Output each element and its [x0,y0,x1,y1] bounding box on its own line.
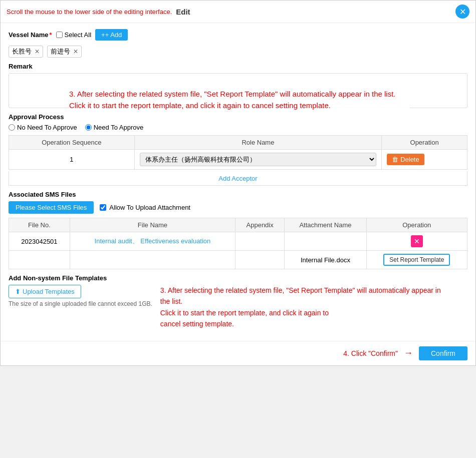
tag-label-0: 长胜号 [12,47,32,56]
vessel-name-row: Vessel Name Select All + + Add [9,29,467,41]
nonsystem-row: ⬆ Upload Templates The size of a single … [9,285,467,330]
role-select[interactable]: 体系办主任（扬州高银科技有限公司） [140,153,376,166]
role-cell: 体系办主任（扬州高银科技有限公司） [134,150,381,170]
operation-cell: 🗑 Delete [382,150,467,170]
file-col-op: Operation [366,218,467,232]
arrow-icon: → [404,348,413,358]
file-table: File No. File Name Appendix Attachment N… [9,218,467,269]
approval-label: Approval Process [9,113,467,121]
file-col-name: File Name [70,218,235,232]
file-col-appendix: Appendix [235,218,285,232]
sms-select-button[interactable]: Please Select SMS Files [9,201,94,214]
col-role-name: Role Name [134,136,381,150]
remove-file-0-button[interactable]: ✕ [411,235,423,247]
file-col-no: File No. [9,218,70,232]
sms-top-row: Please Select SMS Files Allow To Upload … [9,201,467,214]
add-icon: + [101,31,105,39]
delete-button[interactable]: 🗑 Delete [387,154,424,165]
confirm-button[interactable]: Confirm [419,346,467,360]
file-size-hint: The size of a single uploaded file canno… [9,300,152,307]
col-op-seq: Operation Sequence [9,136,135,150]
file-no-1 [9,251,70,269]
modal-body: Vessel Name Select All + + Add 长胜号 ✕ 前进号… [1,23,475,341]
file-name-0: Internal audit、 Effectiveness evaluation [70,232,235,251]
op-0: ✕ [366,232,467,251]
file-row-0: 2023042501 Internal audit、 Effectiveness… [9,232,467,251]
nonsystem-left: ⬆ Upload Templates The size of a single … [9,285,152,307]
file-row-1: Internal File.docx Set Report Template [9,251,467,269]
delete-icon: 🗑 [392,156,398,163]
no-need-approve-label[interactable]: No Need To Approve [9,124,77,131]
close-button[interactable]: ✕ [455,5,469,19]
tag-close-0[interactable]: ✕ [35,48,40,55]
attachment-0 [285,232,366,251]
approval-table: Operation Sequence Role Name Operation 1… [9,135,467,170]
sms-label: Associated SMS Files [9,191,467,198]
remark-container: Remark 3. After selecting the related sy… [9,63,467,108]
file-link-internal-audit[interactable]: Internal audit、 [95,237,139,245]
appendix-1 [235,251,285,269]
select-all-checkbox[interactable] [56,32,63,38]
set-report-button[interactable]: Set Report Template [383,254,450,266]
modal-title: Edit [176,8,190,16]
allow-upload-checkbox[interactable] [100,204,106,211]
remark-tooltip: 3. After selecting the related system fi… [69,89,410,111]
vessel-name-label: Vessel Name [9,31,52,39]
attachment-1: Internal File.docx [285,251,366,269]
sms-section: Associated SMS Files Please Select SMS F… [9,191,467,269]
allow-upload-label[interactable]: Allow To Upload Attachment [100,204,190,211]
modal-footer: 4. Click "Confirm" → Confirm [1,341,475,365]
nonsystem-label: Add Non-system File Templates [9,274,467,282]
header-left: Scroll the mouse to the lower side of th… [7,8,190,16]
op-1: Set Report Template [366,251,467,269]
upload-templates-button[interactable]: ⬆ Upload Templates [9,285,81,298]
vessel-tag-0: 长胜号 ✕ [9,46,43,58]
remark-label: Remark [9,63,467,70]
modal-header: Scroll the mouse to the lower side of th… [1,1,475,23]
no-need-approve-radio[interactable] [9,124,15,131]
upload-icon: ⬆ [15,288,21,295]
op-seq-cell: 1 [9,150,135,170]
need-approve-radio[interactable] [85,124,92,131]
col-operation: Operation [382,136,467,150]
step4-hint: 4. Click "Confirm" [343,349,398,357]
nonsystem-tooltip: 3. After selecting the related system fi… [160,285,451,330]
file-col-attachment: Attachment Name [285,218,366,232]
tag-label-1: 前进号 [51,47,70,56]
file-name-1 [70,251,235,269]
tag-close-1[interactable]: ✕ [73,48,78,55]
approval-radio-group: No Need To Approve Need To Approve [9,124,467,131]
select-all-checkbox-label[interactable]: Select All [56,31,91,39]
nonsystem-section: Add Non-system File Templates ⬆ Upload T… [9,274,467,330]
table-row: 1 体系办主任（扬州高银科技有限公司） 🗑 Delete [9,150,467,170]
approval-section: Approval Process No Need To Approve Need… [9,113,467,186]
need-approve-label[interactable]: Need To Approve [85,124,144,131]
vessel-tag-list: 长胜号 ✕ 前进号 ✕ [9,46,467,58]
add-vessel-button[interactable]: + + Add [95,29,128,41]
add-acceptor-link[interactable]: Add Acceptor [218,175,257,182]
remark-textarea[interactable]: 3. After selecting the related system fi… [9,73,467,108]
vessel-tag-1: 前进号 ✕ [47,46,82,58]
file-no-0: 2023042501 [9,232,70,251]
modal-edit: Scroll the mouse to the lower side of th… [0,0,476,366]
appendix-0 [235,232,285,251]
scroll-hint-text: Scroll the mouse to the lower side of th… [7,8,172,16]
add-acceptor-row: Add Acceptor [9,172,467,186]
file-link-effectiveness[interactable]: Effectiveness evaluation [140,237,210,245]
